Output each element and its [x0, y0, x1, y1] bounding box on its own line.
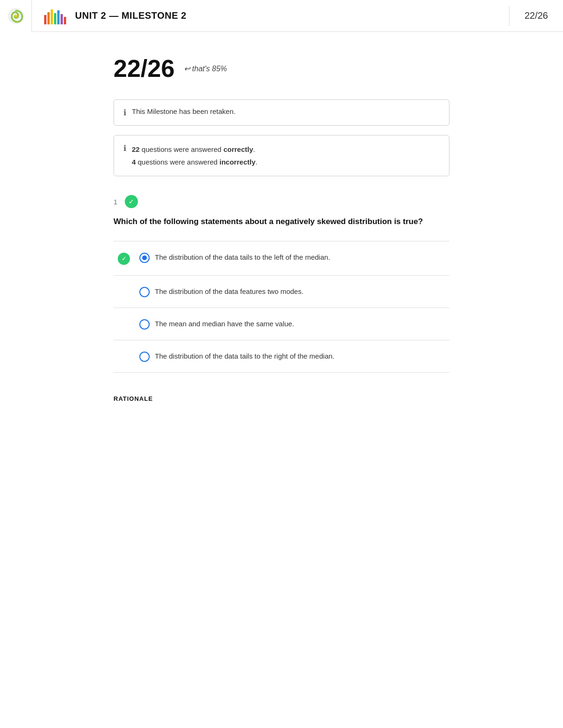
- svg-rect-3: [47, 12, 50, 24]
- svg-point-1: [15, 15, 17, 17]
- question-1-block: 1 ✓ Which of the following statements ab…: [114, 195, 449, 373]
- radio-outer-4: [139, 352, 150, 362]
- radio-outer-3: [139, 319, 150, 330]
- question-text: Which of the following statements about …: [114, 216, 449, 228]
- radio-outer-2: [139, 287, 150, 297]
- option-2-radio[interactable]: [134, 286, 155, 297]
- checkmark-icon: ✓: [129, 198, 134, 205]
- svg-rect-8: [64, 17, 66, 24]
- unit-chart-icon: [43, 6, 68, 26]
- svg-rect-4: [51, 9, 53, 24]
- radio-outer-1: [139, 253, 150, 263]
- score-subtext-text: ↩ that's 85%: [184, 64, 227, 73]
- svg-rect-2: [44, 15, 46, 24]
- svg-rect-7: [61, 14, 63, 24]
- header-score: 22/26: [510, 10, 563, 21]
- radio-inner-1: [142, 255, 147, 260]
- score-subtext: ↩ that's 85%: [184, 64, 227, 73]
- correct-line: 22 questions were answered correctly.: [132, 143, 258, 156]
- option-3-text: The mean and median have the same value.: [155, 318, 449, 330]
- option-1-radio[interactable]: [134, 252, 155, 263]
- option-4-text: The distribution of the data tails to th…: [155, 351, 449, 362]
- summary-text: 22 questions were answered correctly. 4 …: [132, 143, 258, 168]
- incorrect-label: questions were answered: [138, 158, 220, 166]
- incorrect-bold: incorrectly: [220, 158, 256, 166]
- option-1-text: The distribution of the data tails to th…: [155, 252, 449, 263]
- option-1-correct-badge: ✓: [118, 253, 130, 265]
- option-4-radio[interactable]: [134, 351, 155, 362]
- option-1-checkmark: ✓: [122, 255, 127, 262]
- info-icon-retaken: ℹ: [123, 108, 126, 118]
- option-row-3[interactable]: The mean and median have the same value.: [114, 308, 449, 340]
- summary-info-box: ℹ 22 questions were answered correctly. …: [114, 135, 449, 176]
- correct-count: 22: [132, 145, 140, 153]
- question-number: 1: [114, 198, 117, 206]
- unit-title: UNIT 2 — MILESTONE 2: [75, 10, 186, 21]
- option-3-radio[interactable]: [134, 318, 155, 330]
- incorrect-line: 4 questions were answered incorrectly.: [132, 156, 258, 168]
- svg-rect-6: [57, 10, 60, 24]
- sophia-logo-icon: [7, 7, 25, 25]
- score-big: 22/26: [114, 54, 175, 83]
- unit-info: UNIT 2 — MILESTONE 2: [32, 6, 510, 26]
- retaken-text: This Milestone has been retaken.: [132, 107, 236, 115]
- svg-rect-5: [54, 13, 56, 24]
- correct-bold: correctly: [223, 145, 253, 153]
- rationale-label: RATIONALE: [114, 395, 449, 402]
- option-row-1[interactable]: ✓ The distribution of the data tails to …: [114, 241, 449, 275]
- retaken-info-box: ℹ This Milestone has been retaken.: [114, 99, 449, 126]
- logo-area: [0, 0, 32, 32]
- option-row-4[interactable]: The distribution of the data tails to th…: [114, 340, 449, 373]
- incorrect-count: 4: [132, 158, 136, 166]
- page-header: UNIT 2 — MILESTONE 2 22/26: [0, 0, 563, 32]
- option-1-correct-indicator: ✓: [114, 252, 134, 265]
- info-icon-summary: ℹ: [123, 143, 126, 153]
- option-row-2[interactable]: The distribution of the data features tw…: [114, 275, 449, 308]
- score-heading: 22/26 ↩ that's 85%: [114, 54, 449, 83]
- question-number-row: 1 ✓: [114, 195, 449, 208]
- question-correct-badge: ✓: [125, 195, 138, 208]
- main-content: 22/26 ↩ that's 85% ℹ This Milestone has …: [99, 32, 464, 440]
- correct-label: questions were answered: [142, 145, 223, 153]
- option-2-text: The distribution of the data features tw…: [155, 286, 449, 297]
